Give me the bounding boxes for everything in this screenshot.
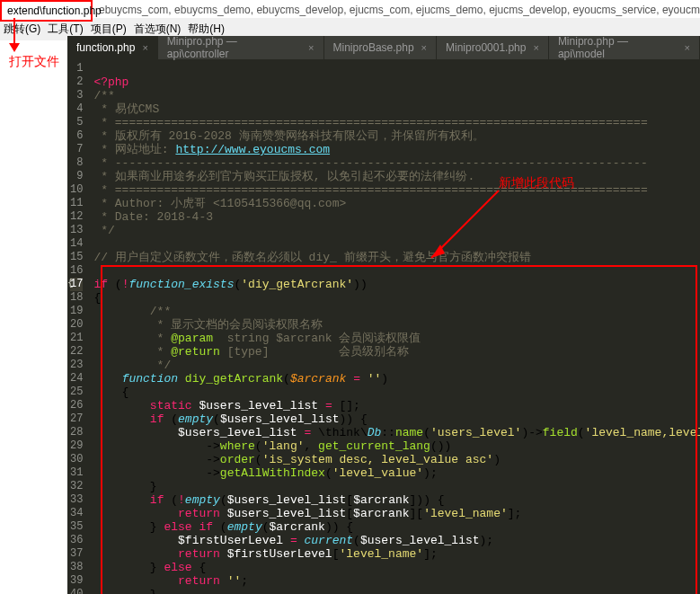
annotation-text: 新增此段代码 bbox=[499, 175, 574, 191]
code-line bbox=[93, 237, 101, 251]
editor[interactable]: { } 123456789101112131415161718192021222… bbox=[67, 59, 700, 594]
code-line: * Date: 2018-4-3 bbox=[93, 210, 213, 224]
code-line: if (!empty($users_level_list[$arcrank]))… bbox=[93, 493, 444, 507]
close-icon[interactable]: × bbox=[308, 42, 314, 53]
code-line: } bbox=[93, 480, 156, 493]
code-line: function diy_getArcrank($arcrank = '') bbox=[93, 372, 388, 386]
close-icon[interactable]: × bbox=[142, 42, 147, 53]
code-line: /** bbox=[93, 89, 114, 102]
code-area[interactable]: <?php /** * 易优CMS * ====================… bbox=[88, 59, 700, 594]
code-line: } bbox=[93, 588, 156, 594]
code-line: * @return [type] 会员级别名称 bbox=[93, 345, 409, 359]
close-icon[interactable]: × bbox=[533, 42, 538, 53]
code-line: $users_level_list = \think\Db::name('use… bbox=[93, 426, 700, 439]
tab-label: Minipro0001.php bbox=[446, 41, 526, 54]
code-line: ->order('is_system desc, level_value asc… bbox=[93, 453, 501, 466]
code-line: return ''; bbox=[93, 574, 248, 588]
tab-label: MiniproBase.php bbox=[333, 41, 414, 54]
code-line: * Author: 小虎哥 <1105415366@qq.com> bbox=[93, 197, 346, 210]
code-line: * 显示文档的会员阅读权限名称 bbox=[93, 318, 323, 332]
code-line: */ bbox=[93, 359, 171, 372]
annotation-arrow-icon bbox=[422, 186, 503, 267]
code-line: static $users_level_list = []; bbox=[93, 399, 360, 412]
menu-tools[interactable]: 工具(T) bbox=[48, 22, 83, 37]
code-line: } else { bbox=[93, 561, 206, 574]
menu-project[interactable]: 项目(P) bbox=[91, 22, 127, 37]
tab-minipro-controller[interactable]: Minipro.php — api\controller× bbox=[158, 36, 324, 59]
tab-bar: function.php× Minipro.php — api\controll… bbox=[67, 36, 700, 59]
tab-miniprobase[interactable]: MiniproBase.php× bbox=[324, 36, 438, 59]
open-file-annotation: 打开文件 bbox=[9, 54, 59, 70]
code-line: * 易优CMS bbox=[93, 102, 159, 116]
code-line: ->getAllWithIndex('level_value'); bbox=[93, 466, 437, 480]
code-line: * 版权所有 2016-2028 海南赞赞网络科技有限公司，并保留所有权利。 bbox=[93, 129, 483, 143]
code-line: { bbox=[93, 386, 128, 399]
code-line: return $firstUserLevel['level_name']; bbox=[93, 547, 437, 561]
tab-minipro0001[interactable]: Minipro0001.php× bbox=[437, 36, 549, 59]
code-line: * 网站地址: http://www.eyoucms.com bbox=[93, 143, 330, 156]
code-line: * 如果商业用途务必到官方购买正版授权, 以免引起不必要的法律纠纷. bbox=[93, 170, 474, 183]
tab-label: Minipro.php — api\controller bbox=[167, 35, 301, 60]
tab-function-php[interactable]: function.php× bbox=[67, 36, 158, 59]
close-icon[interactable]: × bbox=[685, 42, 690, 53]
annotation-arrow-head-icon bbox=[9, 43, 20, 52]
tab-label: function.php bbox=[76, 41, 135, 54]
tab-minipro-model[interactable]: Minipro.php — api\model× bbox=[549, 36, 700, 59]
code-line: { bbox=[93, 291, 101, 305]
code-line: ->where('lang', get_current_lang()) bbox=[93, 439, 451, 453]
code-line: */ bbox=[93, 224, 114, 237]
code-line: } else if (empty($arcrank)) { bbox=[93, 520, 353, 534]
line-number-gutter: 1234567891011121314151617181920212223242… bbox=[67, 59, 88, 594]
close-icon[interactable]: × bbox=[421, 42, 427, 53]
code-line bbox=[93, 264, 101, 278]
code-line: $firstUserLevel = current($users_level_l… bbox=[93, 534, 493, 547]
code-line: <?php bbox=[93, 75, 128, 89]
code-line: /** bbox=[93, 305, 171, 318]
code-line: if (empty($users_level_list)) { bbox=[93, 412, 367, 426]
code-line: if (!function_exists('diy_getArcrank')) bbox=[93, 278, 367, 291]
code-line: * @param string $arcrank 会员阅读权限值 bbox=[93, 332, 421, 345]
annotation-arrow-line bbox=[13, 18, 15, 45]
tab-label: Minipro.php — api\model bbox=[558, 35, 678, 60]
code-line: return $users_level_list[$arcrank]['leve… bbox=[93, 507, 521, 520]
code-line: * ======================================… bbox=[93, 116, 647, 129]
breadcrumb: ebuycms_com, ebuycms_demo, ebuycms_devel… bbox=[94, 4, 700, 16]
code-line: * --------------------------------------… bbox=[93, 156, 647, 170]
menu-jump[interactable]: 跳转(G) bbox=[4, 22, 40, 37]
